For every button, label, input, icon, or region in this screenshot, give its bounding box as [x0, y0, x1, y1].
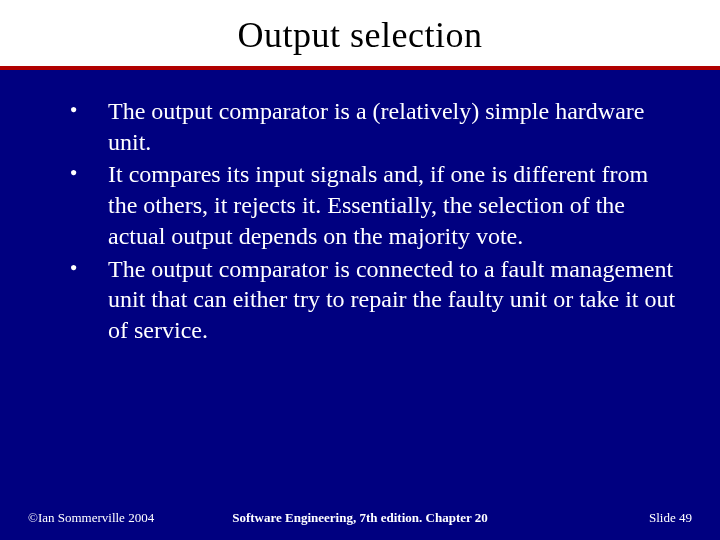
footer-copyright: ©Ian Sommerville 2004: [28, 510, 154, 526]
footer: ©Ian Sommerville 2004 Software Engineeri…: [0, 510, 720, 526]
slide-title: Output selection: [0, 14, 720, 56]
footer-book-title: Software Engineering, 7th edition. Chapt…: [232, 510, 488, 526]
content-area: The output comparator is a (relatively) …: [0, 70, 720, 346]
footer-slide-number: Slide 49: [649, 510, 692, 526]
bullet-item: It compares its input signals and, if on…: [70, 159, 680, 251]
bullet-list: The output comparator is a (relatively) …: [70, 96, 680, 346]
bullet-item: The output comparator is connected to a …: [70, 254, 680, 346]
title-area: Output selection: [0, 0, 720, 66]
slide: Output selection The output comparator i…: [0, 0, 720, 540]
bullet-item: The output comparator is a (relatively) …: [70, 96, 680, 157]
